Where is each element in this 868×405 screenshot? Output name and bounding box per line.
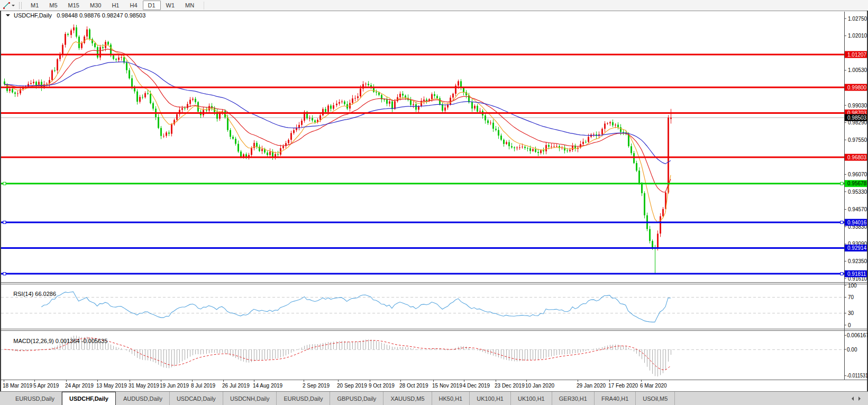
date-tick: 6 Mar 2020 bbox=[640, 383, 667, 389]
tab-scroll-right-icon[interactable] bbox=[858, 397, 863, 401]
price-tick: 1.00530 bbox=[848, 67, 867, 73]
price-label: 0.98503 bbox=[847, 115, 867, 121]
symbol-dropdown-icon bbox=[6, 14, 10, 19]
date-tick: 5 Apr 2019 bbox=[33, 383, 59, 389]
timeframe-buttons: M1M5M15M30H1H4D1W1MN bbox=[25, 0, 199, 11]
date-tick: 15 Nov 2019 bbox=[432, 383, 462, 389]
date-tick: 8 Jul 2019 bbox=[191, 383, 216, 389]
chart-window[interactable]: 1.027501.020101.005300.990300.982900.975… bbox=[0, 11, 868, 391]
date-tick: 18 Mar 2019 bbox=[3, 383, 33, 389]
toolbar-grip[interactable] bbox=[19, 2, 22, 9]
timeframe-button-h4[interactable]: H4 bbox=[124, 1, 142, 10]
toolbar-separator bbox=[204, 2, 204, 10]
macd-tick: 0.006167 bbox=[847, 332, 868, 338]
date-tick: 14 Aug 2019 bbox=[253, 383, 283, 389]
price-tick: 0.92350 bbox=[848, 258, 867, 264]
macd-tick: 0.00 bbox=[847, 347, 857, 353]
line-handle[interactable] bbox=[3, 273, 6, 275]
chart-tab-6-gbpusd-daily[interactable]: GBPUSD,Daily bbox=[330, 392, 383, 405]
price-label: 0.91811 bbox=[847, 271, 866, 277]
chart-tab-8-hk50-h1[interactable]: HK50,H1 bbox=[432, 392, 470, 405]
dropdown-caret-icon[interactable] bbox=[12, 5, 15, 8]
chart-tab-10-uk100-h1[interactable]: UK100,H1 bbox=[511, 392, 552, 405]
date-tick: 24 Apr 2019 bbox=[65, 383, 94, 389]
chart-tab-3-usdcad-daily[interactable]: USDCAD,Daily bbox=[170, 392, 223, 405]
price-tick: 0.97550 bbox=[848, 137, 867, 143]
line-handle[interactable] bbox=[3, 182, 6, 185]
date-tick: 9 Oct 2019 bbox=[369, 383, 395, 389]
macd-name: MACD(12,26,9) bbox=[13, 338, 53, 344]
date-tick: 23 Dec 2019 bbox=[495, 383, 525, 389]
rsi-value: 66.0286 bbox=[35, 291, 56, 297]
chart-tab-4-usdcnh-daily[interactable]: USDCNH,Daily bbox=[223, 392, 277, 405]
timeframe-button-h1[interactable]: H1 bbox=[106, 1, 124, 10]
chart-tab-5-eurusd-daily[interactable]: EURUSD,Daily bbox=[277, 392, 330, 405]
macd-indicator-label: MACD(12,26,9) 0.001364 -0.005635 bbox=[4, 331, 107, 350]
price-tick: 0.94570 bbox=[848, 206, 867, 212]
price-label: 0.99800 bbox=[847, 85, 867, 91]
chart-tab-bar: EURUSD,DailyUSDCHF,DailyAUDUSD,DailyUSDC… bbox=[0, 391, 868, 405]
rsi-tick: 70 bbox=[848, 294, 854, 300]
rsi-tick: 100 bbox=[848, 283, 857, 289]
date-tick: 26 Jul 2019 bbox=[222, 383, 250, 389]
mt4-window: M1M5M15M30H1H4D1W1MN 1.027501.020101.005… bbox=[0, 0, 868, 405]
date-tick: 29 Jan 2020 bbox=[577, 383, 606, 389]
timeframe-button-m5[interactable]: M5 bbox=[44, 1, 62, 10]
chart-tab-12-fra40-h1[interactable]: FRA40,H1 bbox=[595, 392, 636, 405]
price-tick: 1.02010 bbox=[848, 33, 867, 39]
price-label: 0.94016 bbox=[847, 220, 867, 226]
timeframe-button-m30[interactable]: M30 bbox=[85, 1, 106, 10]
rsi-tick: 30 bbox=[848, 310, 854, 316]
line-handle[interactable] bbox=[840, 273, 843, 275]
price-tick: 0.95330 bbox=[848, 189, 867, 195]
date-tick: 28 Oct 2019 bbox=[399, 383, 428, 389]
chart-tab-1-usdchf-daily[interactable]: USDCHF,Daily bbox=[62, 392, 116, 405]
line-studies-icon[interactable] bbox=[2, 1, 11, 10]
timeframe-button-m15[interactable]: M15 bbox=[63, 1, 85, 10]
chart-title: USDCHF,Daily 0.98448 0.98876 0.98247 0.9… bbox=[6, 12, 145, 19]
tab-scroll-left-icon[interactable] bbox=[849, 397, 854, 401]
date-tick: 4 Dec 2019 bbox=[463, 383, 490, 389]
price-label: 1.01207 bbox=[847, 52, 867, 58]
line-handle[interactable] bbox=[3, 221, 6, 224]
tab-scroll-arrows bbox=[849, 392, 868, 405]
price-tick: 0.99030 bbox=[848, 103, 867, 109]
price-tick: 0.96070 bbox=[848, 172, 867, 177]
date-tick: 2 Sep 2019 bbox=[303, 383, 330, 389]
chart-tab-7-xauusd-m5[interactable]: XAUUSD,M5 bbox=[383, 392, 432, 405]
line-handle[interactable] bbox=[840, 221, 843, 224]
date-tick: 10 Jan 2020 bbox=[525, 383, 554, 389]
date-tick: 13 May 2019 bbox=[96, 383, 127, 389]
rsi-indicator-label: RSI(14) 66.0286 bbox=[4, 284, 56, 303]
timeframe-toolbar: M1M5M15M30H1H4D1W1MN bbox=[0, 0, 868, 11]
date-tick: 31 May 2019 bbox=[129, 383, 159, 389]
price-label: 0.96803 bbox=[847, 155, 867, 160]
timeframe-button-w1[interactable]: W1 bbox=[161, 1, 180, 10]
chart-tabs: EURUSD,DailyUSDCHF,DailyAUDUSD,DailyUSDC… bbox=[8, 392, 675, 405]
price-chart-canvas[interactable]: 1.027501.020101.005300.990300.982900.975… bbox=[0, 11, 868, 391]
price-label: 0.95678 bbox=[847, 181, 867, 186]
date-tick: 17 Feb 2020 bbox=[608, 383, 638, 389]
chart-tab-9-uk100-h1[interactable]: UK100,H1 bbox=[470, 392, 511, 405]
timeframe-button-m1[interactable]: M1 bbox=[25, 1, 44, 10]
chart-tab-11-ger30-h1[interactable]: GER30,H1 bbox=[552, 392, 595, 405]
date-tick: 19 Jun 2019 bbox=[160, 383, 189, 389]
chart-ohlc-values: 0.98448 0.98876 0.98247 0.98503 bbox=[57, 12, 145, 19]
chart-tab-2-audusd-daily[interactable]: AUDUSD,Daily bbox=[116, 392, 170, 405]
chart-symbol-label: USDCHF,Daily bbox=[14, 12, 52, 19]
timeframe-button-mn[interactable]: MN bbox=[180, 1, 199, 10]
rsi-name: RSI(14) bbox=[13, 291, 33, 297]
rsi-tick: 0 bbox=[848, 322, 851, 328]
timeframe-button-d1[interactable]: D1 bbox=[143, 1, 161, 10]
price-label: 0.92914 bbox=[847, 245, 867, 251]
line-handle[interactable] bbox=[840, 182, 843, 185]
chart-tab-13-usoil-m5[interactable]: USOil,M5 bbox=[636, 392, 675, 405]
macd-values: 0.001364 -0.005635 bbox=[56, 338, 107, 344]
date-tick: 20 Sep 2019 bbox=[337, 383, 367, 389]
price-tick: 1.02750 bbox=[848, 16, 867, 22]
chart-tab-0-eurusd-daily[interactable]: EURUSD,Daily bbox=[8, 392, 62, 405]
macd-tick: -0.011531 bbox=[847, 373, 868, 379]
